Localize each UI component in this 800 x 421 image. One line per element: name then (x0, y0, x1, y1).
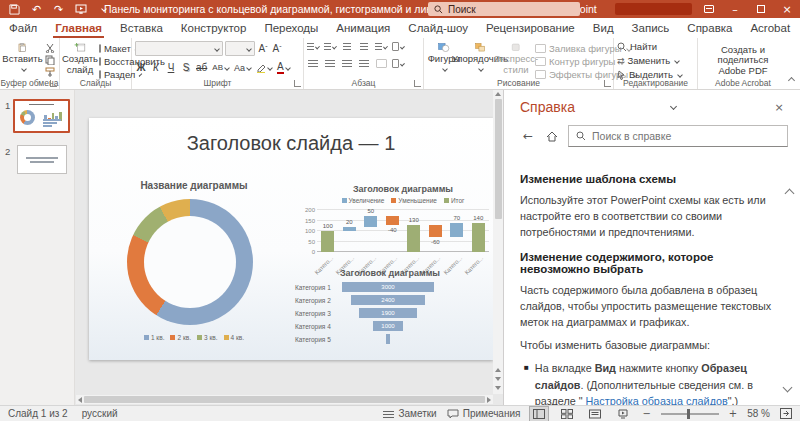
cut-icon[interactable] (44, 43, 56, 53)
horizontal-scrollbar[interactable] (76, 395, 493, 404)
line-spacing-icon[interactable] (375, 41, 387, 52)
previous-slide-icon[interactable] (495, 368, 501, 372)
justify-icon[interactable] (358, 58, 370, 69)
layout-button[interactable]: Макет (99, 43, 128, 54)
numbering-icon[interactable] (324, 41, 336, 52)
tab-design[interactable]: Конструктор (172, 18, 256, 38)
help-scroll-up-icon[interactable] (786, 190, 793, 197)
undo-icon[interactable]: ↶ (30, 3, 43, 16)
waterfall-chart-title[interactable]: Заголовок диаграммы (317, 184, 489, 194)
find-button[interactable]: Найти (617, 41, 694, 52)
align-center-icon[interactable] (324, 58, 336, 69)
help-pane-menu-button[interactable] (663, 101, 681, 113)
convert-smartart-icon[interactable] (392, 58, 404, 69)
slide-indicator[interactable]: Слайд 1 из 2 (8, 408, 68, 419)
save-icon[interactable] (8, 3, 21, 16)
redo-icon[interactable]: ↷ (52, 3, 65, 16)
scroll-down-icon[interactable] (495, 386, 501, 390)
font-size-dropdown[interactable] (225, 41, 255, 56)
donut-ring[interactable] (127, 199, 253, 325)
paste-button[interactable]: Вставить (3, 41, 42, 77)
tab-view[interactable]: Вид (584, 18, 623, 38)
tab-slideshow[interactable]: Слайд-шоу (399, 18, 477, 38)
zoom-slider-thumb[interactable] (687, 409, 690, 419)
language-indicator[interactable]: русский (82, 408, 118, 419)
slide-sorter-view-button[interactable] (558, 407, 576, 421)
slide-canvas[interactable]: Заголовок слайда — 1 Название диаграммы … (89, 118, 493, 360)
comments-button[interactable]: Примечания (447, 408, 521, 419)
tab-acrobat[interactable]: Acrobat (741, 18, 799, 38)
minimize-button[interactable]: – (722, 0, 748, 18)
bullets-icon[interactable] (307, 41, 319, 52)
zoom-out-button[interactable]: − (642, 408, 650, 419)
shrink-font-button[interactable]: Аˇ (271, 42, 283, 55)
search-box[interactable]: Поиск (428, 2, 580, 16)
slideshow-view-button[interactable] (614, 407, 632, 421)
slide-2-thumbnail[interactable] (17, 145, 67, 174)
close-button[interactable]: × (774, 0, 800, 18)
funnel-rows[interactable]: Категория 13000Категория 22400Категория … (295, 282, 435, 344)
slide-title[interactable]: Заголовок слайда — 1 (89, 132, 493, 155)
reset-button[interactable]: Восстановить (99, 56, 128, 67)
reading-view-button[interactable] (586, 407, 604, 421)
vertical-scrollbar[interactable] (493, 90, 503, 394)
scroll-up-icon[interactable] (495, 92, 501, 96)
horizontal-scroll-thumb[interactable] (84, 396, 485, 403)
slide-1-thumbnail[interactable] (13, 99, 70, 133)
copy-icon[interactable] (44, 55, 56, 65)
help-back-button[interactable]: ← (520, 128, 536, 144)
clipboard-dialog-launcher-icon[interactable] (50, 80, 57, 87)
paragraph-dialog-launcher-icon[interactable] (414, 80, 421, 87)
align-left-icon[interactable] (307, 58, 319, 69)
strikethrough-button[interactable]: аб (195, 61, 208, 74)
donut-chart-title[interactable]: Название диаграммы (119, 180, 269, 191)
italic-button[interactable]: К (150, 61, 162, 74)
replace-button[interactable]: ⇄ Заменить (617, 55, 694, 66)
tab-help[interactable]: Справка (678, 18, 741, 38)
collapse-ribbon-button[interactable] (786, 76, 796, 86)
normal-view-button[interactable] (530, 407, 548, 421)
decrease-indent-icon[interactable] (341, 41, 353, 52)
help-search-input[interactable] (592, 130, 780, 142)
waterfall-plot[interactable]: 050100150200100Катего...20Катего...50Кат… (317, 210, 489, 252)
text-direction-icon[interactable] (392, 41, 404, 52)
tab-transitions[interactable]: Переходы (255, 18, 327, 38)
underline-button[interactable]: Ч (165, 61, 177, 74)
format-painter-icon[interactable] (44, 67, 56, 77)
funnel-chart-title[interactable]: Заголовок диаграммы (305, 268, 475, 278)
tab-file[interactable]: Файл (0, 18, 46, 38)
bold-button[interactable]: Ж (135, 61, 147, 74)
new-slide-button[interactable]: Создать слайд (63, 41, 97, 77)
help-home-button[interactable] (544, 128, 560, 144)
start-presentation-icon[interactable] (74, 3, 87, 16)
scroll-left-icon[interactable] (78, 397, 82, 403)
align-right-icon[interactable] (341, 58, 353, 69)
tab-insert[interactable]: Вставка (111, 18, 172, 38)
text-shadow-button[interactable]: S (180, 61, 192, 74)
font-dialog-launcher-icon[interactable] (294, 80, 301, 87)
character-spacing-button[interactable]: АВ (211, 61, 230, 74)
columns-icon[interactable] (375, 58, 387, 69)
tab-animations[interactable]: Анимация (327, 18, 399, 38)
help-link[interactable]: Настройка образца слайдов (586, 395, 728, 405)
tab-home[interactable]: Главная (46, 18, 111, 38)
quick-styles-button[interactable]: Экспресс-стили (499, 41, 533, 77)
font-color-button[interactable]: А (276, 61, 291, 74)
create-pdf-button[interactable]: Создать и поделиться Adobe PDF (701, 41, 785, 77)
help-scroll-down-icon[interactable] (784, 384, 791, 391)
drawing-dialog-launcher-icon[interactable] (604, 80, 611, 87)
tab-record[interactable]: Запись (623, 18, 679, 38)
ribbon-display-options-button[interactable] (696, 0, 722, 18)
tab-review[interactable]: Рецензирование (477, 18, 584, 38)
font-name-dropdown[interactable] (135, 41, 223, 56)
scroll-right-icon[interactable] (487, 397, 491, 403)
notes-button[interactable]: Заметки (383, 408, 436, 419)
zoom-in-button[interactable]: + (729, 408, 737, 419)
grow-font-button[interactable]: Аˆ (257, 42, 269, 55)
help-search-box[interactable] (568, 125, 788, 147)
highlight-color-button[interactable] (255, 61, 273, 74)
maximize-button[interactable] (748, 0, 774, 18)
change-case-button[interactable]: Аа (233, 61, 252, 74)
vertical-scroll-thumb[interactable] (495, 99, 502, 219)
next-slide-icon[interactable] (495, 377, 501, 381)
